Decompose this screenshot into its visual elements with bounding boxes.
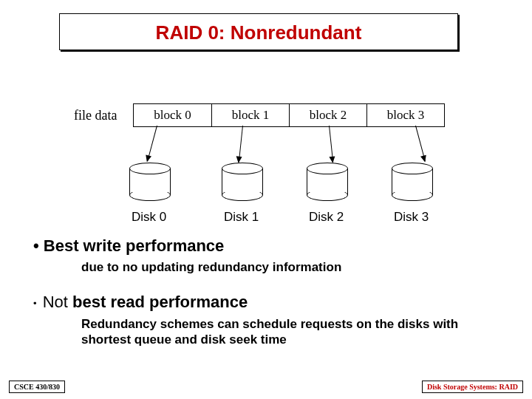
arrow-icon <box>239 126 243 163</box>
bullet-text-plain: Not <box>43 293 72 311</box>
footer-course: CSCE 430/830 <box>9 381 65 393</box>
bullet-text-bold: best read performance <box>72 293 248 311</box>
bullet-section: • Best write performance due to no updat… <box>33 236 491 348</box>
block-cell: block 0 <box>134 104 211 126</box>
disk-icon <box>129 163 171 201</box>
disk-label: Disk 2 <box>309 210 344 225</box>
block-cell: block 3 <box>366 104 444 126</box>
arrow-icon <box>329 126 333 163</box>
block-cell: block 1 <box>211 104 289 126</box>
bullet-main: • Not best read performance <box>33 293 491 312</box>
file-data-label: file data <box>74 108 117 123</box>
disk-icon <box>392 163 433 201</box>
disk-label: Disk 0 <box>132 210 166 225</box>
disk-icon <box>222 163 263 201</box>
bullet-dot: • <box>33 298 37 309</box>
footer-topic: Disk Storage Systems: RAID <box>422 381 523 393</box>
disk-icon <box>307 163 348 201</box>
block-cell: block 2 <box>289 104 366 126</box>
disk-label: Disk 1 <box>224 210 259 225</box>
disk-label: Disk 3 <box>394 210 429 225</box>
arrow-icon <box>415 126 426 162</box>
bullet-sub: Redundancy schemes can schedule requests… <box>81 316 491 348</box>
bullet-main: • Best write performance <box>33 236 491 256</box>
arrow-icon <box>147 126 157 162</box>
bullet-sub: due to no updating redundancy informatio… <box>81 260 491 275</box>
file-blocks-row: block 0 block 1 block 2 block 3 <box>133 103 445 127</box>
slide-title: RAID 0: Nonredundant <box>59 13 458 50</box>
